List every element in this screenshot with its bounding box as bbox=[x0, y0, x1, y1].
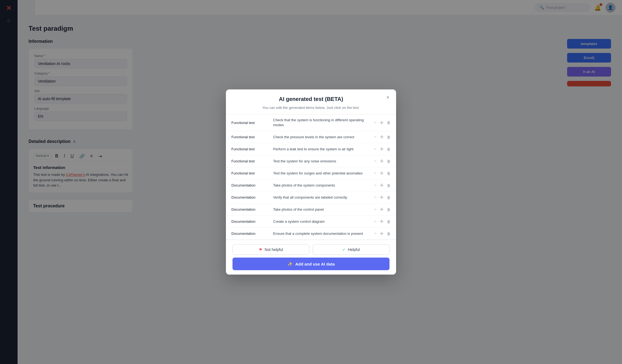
test-item: Documentation Create a system control di… bbox=[226, 216, 396, 228]
edit-icon: ✏ bbox=[374, 232, 377, 235]
edit-icon: ✏ bbox=[374, 184, 377, 187]
test-category[interactable]: Documentation bbox=[231, 232, 270, 236]
test-description[interactable]: Test the system for surges and other pot… bbox=[273, 171, 371, 176]
move-icon[interactable]: ✛ bbox=[380, 183, 383, 188]
modal-title: AI generated test (BETA) bbox=[232, 96, 390, 102]
test-description[interactable]: Ensure that a complete system documentat… bbox=[273, 231, 371, 236]
move-icon[interactable]: ✛ bbox=[380, 159, 383, 164]
modal-header: AI generated test (BETA) You can edit th… bbox=[226, 89, 396, 114]
add-ai-label: Add and use AI data bbox=[295, 262, 335, 266]
flag-icon: ⚑ bbox=[259, 247, 262, 252]
test-description[interactable]: Test the system for any noise emissions bbox=[273, 159, 371, 164]
test-category[interactable]: Documentation bbox=[231, 195, 270, 199]
test-item: Functional test Check that the system is… bbox=[226, 114, 396, 131]
test-item: Functional test Test the system for any … bbox=[226, 155, 396, 167]
test-item: Documentation Ensure that a complete sys… bbox=[226, 228, 396, 240]
delete-icon[interactable]: 🗑 bbox=[387, 147, 391, 151]
edit-icon: ✏ bbox=[374, 208, 377, 211]
test-category[interactable]: Functional test bbox=[231, 171, 270, 175]
not-helpful-label: Not helpful bbox=[265, 247, 283, 252]
test-description[interactable]: Take photos of the control panel bbox=[273, 207, 371, 212]
test-description[interactable]: Verify that all components are labeled c… bbox=[273, 195, 371, 200]
test-category[interactable]: Functional test bbox=[231, 159, 270, 163]
edit-icon: ✏ bbox=[374, 171, 377, 175]
test-item: Functional test Perform a leak test to e… bbox=[226, 143, 396, 155]
test-category[interactable]: Functional test bbox=[231, 147, 270, 151]
move-icon[interactable]: ✛ bbox=[380, 231, 383, 236]
test-description[interactable]: Check that the system is functioning in … bbox=[273, 118, 371, 128]
modal-overlay: AI generated test (BETA) You can edit th… bbox=[0, 0, 622, 364]
check-circle-icon: ✓ bbox=[342, 247, 346, 252]
modal-body: Functional test Check that the system is… bbox=[226, 114, 396, 240]
test-category[interactable]: Documentation bbox=[231, 183, 270, 187]
move-icon[interactable]: ✛ bbox=[380, 171, 383, 176]
modal-close-button[interactable]: × bbox=[384, 94, 392, 101]
delete-icon[interactable]: 🗑 bbox=[387, 135, 391, 139]
test-category[interactable]: Documentation bbox=[231, 207, 270, 211]
edit-icon: ✏ bbox=[374, 147, 377, 151]
test-description[interactable]: Perform a leak test to ensure the system… bbox=[273, 147, 371, 152]
not-helpful-button[interactable]: ⚑ Not helpful bbox=[232, 244, 309, 255]
test-description[interactable]: Take photos of the system components bbox=[273, 183, 371, 188]
test-description[interactable]: Check the pressure levels in the system … bbox=[273, 135, 371, 140]
move-icon[interactable]: ✛ bbox=[380, 120, 383, 125]
test-category[interactable]: Documentation bbox=[231, 219, 270, 224]
move-icon[interactable]: ✛ bbox=[380, 207, 383, 212]
modal-footer: ⚑ Not helpful ✓ Helpful ✨ Add and use AI… bbox=[226, 240, 396, 275]
feedback-buttons: ⚑ Not helpful ✓ Helpful bbox=[232, 244, 390, 255]
test-item: Documentation Take photos of the control… bbox=[226, 204, 396, 216]
delete-icon[interactable]: 🗑 bbox=[387, 195, 391, 200]
test-item: Documentation Verify that all components… bbox=[226, 191, 396, 204]
modal: AI generated test (BETA) You can edit th… bbox=[226, 89, 396, 275]
test-category[interactable]: Functional test bbox=[231, 121, 270, 125]
test-description[interactable]: Create a system control diagram bbox=[273, 219, 371, 224]
test-item: Documentation Take photos of the system … bbox=[226, 179, 396, 191]
test-item: Functional test Test the system for surg… bbox=[226, 167, 396, 179]
helpful-button[interactable]: ✓ Helpful bbox=[313, 244, 390, 255]
delete-icon[interactable]: 🗑 bbox=[387, 219, 391, 224]
edit-icon: ✏ bbox=[374, 159, 377, 163]
move-icon[interactable]: ✛ bbox=[380, 195, 383, 200]
modal-subtitle: You can edit the generated items below. … bbox=[232, 106, 390, 110]
delete-icon[interactable]: 🗑 bbox=[387, 120, 391, 125]
move-icon[interactable]: ✛ bbox=[380, 219, 383, 224]
add-ai-button[interactable]: ✨ Add and use AI data bbox=[232, 258, 390, 270]
delete-icon[interactable]: 🗑 bbox=[387, 183, 391, 188]
move-icon[interactable]: ✛ bbox=[380, 146, 383, 152]
edit-icon: ✏ bbox=[374, 220, 377, 223]
edit-icon: ✏ bbox=[374, 196, 377, 199]
edit-icon: ✏ bbox=[374, 121, 377, 125]
sparkle-icon: ✨ bbox=[287, 261, 293, 266]
delete-icon[interactable]: 🗑 bbox=[387, 232, 391, 236]
delete-icon[interactable]: 🗑 bbox=[387, 207, 391, 212]
delete-icon[interactable]: 🗑 bbox=[387, 159, 391, 163]
test-item: Functional test Check the pressure level… bbox=[226, 131, 396, 143]
helpful-label: Helpful bbox=[348, 247, 360, 252]
test-category[interactable]: Functional test bbox=[231, 135, 270, 139]
edit-icon: ✏ bbox=[374, 135, 377, 139]
delete-icon[interactable]: 🗑 bbox=[387, 171, 391, 176]
move-icon[interactable]: ✛ bbox=[380, 134, 383, 140]
